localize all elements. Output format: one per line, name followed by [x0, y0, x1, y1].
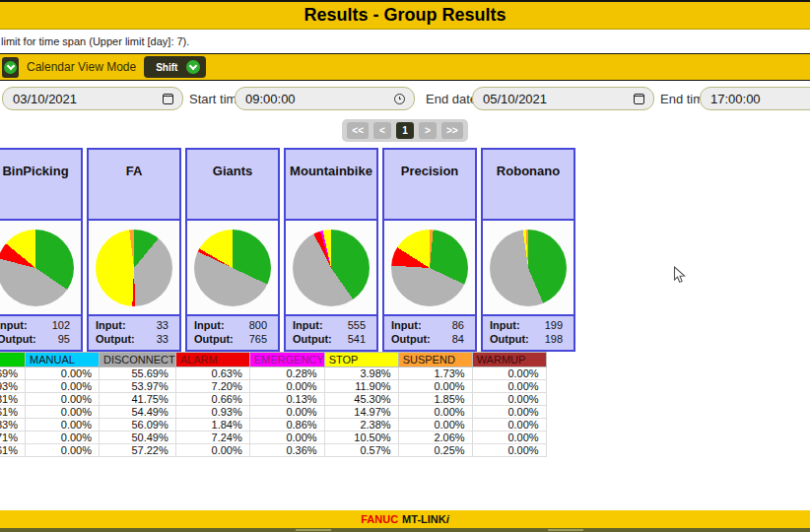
output-label: Output:: [490, 332, 529, 346]
group-card[interactable]: MountainbikeInput:555Output:541: [284, 148, 378, 352]
status-cell: 41.75%: [100, 393, 176, 406]
input-row: Input:199: [483, 318, 574, 332]
output-row: Output:95: [0, 332, 81, 346]
group-card[interactable]: FAInput:33Output:33: [87, 148, 181, 352]
pagination-first[interactable]: <<: [347, 122, 369, 139]
output-label: Output:: [96, 332, 135, 346]
status-cell: 0.00%: [26, 444, 100, 457]
output-row: Output:198: [483, 332, 574, 346]
table-row: 26.93%0.00%53.97%7.20%0.00%11.90%0.00%0.…: [0, 380, 546, 393]
status-cell: 0.00%: [26, 393, 100, 406]
status-table-header-row: MANUALDISCONNECTALARMEMERGENCYSTOPSUSPEN…: [0, 353, 546, 367]
status-cell: 10.50%: [324, 432, 398, 444]
status-cell: 0.00%: [249, 432, 324, 444]
output-row: Output:765: [187, 332, 278, 346]
collapse-button[interactable]: [2, 57, 19, 78]
input-row: Input:102: [0, 318, 81, 332]
group-chart-area: [187, 221, 278, 316]
group-io-panel: Input:555Output:541: [286, 316, 376, 350]
chevron-down-icon: [186, 60, 200, 74]
footer-brand-bar: FANUC MT-LINK i: [0, 510, 810, 528]
group-chart-area: [89, 221, 179, 316]
status-column-header: MANUAL: [26, 353, 100, 367]
group-card[interactable]: RobonanoInput:199Output:198: [481, 148, 575, 352]
status-pie-chart: [293, 230, 370, 306]
output-label: Output:: [293, 332, 332, 346]
status-cell: 0.28%: [249, 367, 324, 380]
group-card[interactable]: PrecisionInput:86Output:84: [382, 148, 477, 352]
status-cell: 1.85%: [398, 393, 472, 406]
group-title: Precision: [384, 150, 475, 221]
status-cell: 0.00%: [398, 406, 472, 419]
input-label: Input:: [391, 318, 422, 332]
status-column-header: [0, 353, 26, 367]
start-date-field[interactable]: [2, 87, 183, 110]
output-label: Output:: [391, 332, 431, 346]
end-date-input[interactable]: [483, 88, 618, 109]
status-cell: 10.31%: [0, 393, 26, 406]
calendar-icon[interactable]: [163, 94, 173, 104]
group-title: Mountainbike: [286, 150, 376, 221]
input-value: 102: [52, 318, 70, 332]
status-cell: 29.71%: [0, 432, 26, 444]
group-chart-area: [286, 221, 376, 316]
status-cell: 38.83%: [0, 419, 26, 432]
input-label: Input:: [490, 318, 520, 332]
group-title: Giants: [187, 150, 278, 221]
start-date-input[interactable]: [13, 88, 148, 109]
group-chart-area: [384, 221, 475, 316]
calendar-icon[interactable]: [634, 94, 644, 104]
group-io-panel: Input:33Output:33: [89, 316, 179, 350]
status-cell: 7.24%: [175, 432, 249, 444]
status-cell: 0.00%: [472, 419, 546, 432]
output-value: 84: [452, 332, 464, 346]
pagination: <<<1>>>: [0, 119, 810, 142]
input-row: Input:86: [384, 318, 475, 332]
status-cell: 0.00%: [26, 419, 100, 432]
status-pie-chart: [194, 230, 271, 306]
mouse-cursor: [673, 266, 686, 285]
status-cell: 41.61%: [0, 444, 26, 457]
status-cell: 0.00%: [398, 419, 472, 432]
group-io-panel: Input:800Output:765: [187, 316, 278, 350]
status-pie-chart: [490, 230, 567, 306]
status-cell: 7.20%: [175, 380, 249, 393]
shift-mode-dropdown[interactable]: Shift: [144, 56, 206, 78]
pagination-prev[interactable]: <: [373, 122, 391, 139]
end-time-input[interactable]: [710, 88, 810, 109]
pagination-last[interactable]: >>: [441, 122, 463, 139]
chevron-down-icon: [4, 61, 17, 74]
table-row: 37.69%0.00%55.69%0.63%0.28%3.98%1.73%0.0…: [0, 367, 546, 380]
table-row: 10.31%0.00%41.75%0.66%0.13%45.30%1.85%0.…: [0, 393, 546, 406]
group-chart-area: [483, 221, 574, 316]
status-cell: 2.38%: [324, 419, 398, 432]
status-cell: 0.00%: [26, 367, 100, 380]
status-cell: 0.00%: [249, 380, 324, 393]
start-time-input[interactable]: [245, 88, 379, 109]
status-cell: 3.98%: [324, 367, 398, 380]
group-title: FA: [89, 150, 179, 221]
status-column-header: SUSPEND: [398, 353, 472, 367]
group-title: Robonano: [483, 150, 574, 221]
status-cell: 0.00%: [398, 380, 472, 393]
input-value: 800: [249, 318, 267, 332]
status-column-header: ALARM: [175, 353, 249, 367]
input-label: Input:: [293, 318, 323, 332]
status-cell: 57.22%: [100, 444, 176, 457]
status-cell: 0.25%: [398, 444, 472, 457]
group-io-panel: Input:86Output:84: [384, 316, 475, 350]
status-cell: 29.61%: [0, 406, 26, 419]
status-cell: 0.63%: [175, 367, 249, 380]
pagination-page-1[interactable]: 1: [396, 122, 414, 139]
group-card[interactable]: BinPickingInput:102Output:95: [0, 148, 83, 352]
status-cell: 0.00%: [472, 393, 546, 406]
clock-icon[interactable]: [394, 94, 405, 104]
output-row: Output:33: [89, 332, 179, 346]
status-cell: 56.09%: [100, 419, 176, 432]
group-card[interactable]: GiantsInput:800Output:765: [185, 148, 280, 352]
end-date-field[interactable]: [472, 87, 654, 110]
pagination-next[interactable]: >: [419, 122, 437, 139]
start-time-field[interactable]: [235, 87, 415, 110]
end-time-field[interactable]: [700, 87, 810, 110]
page-title: Results - Group Results: [304, 5, 506, 26]
